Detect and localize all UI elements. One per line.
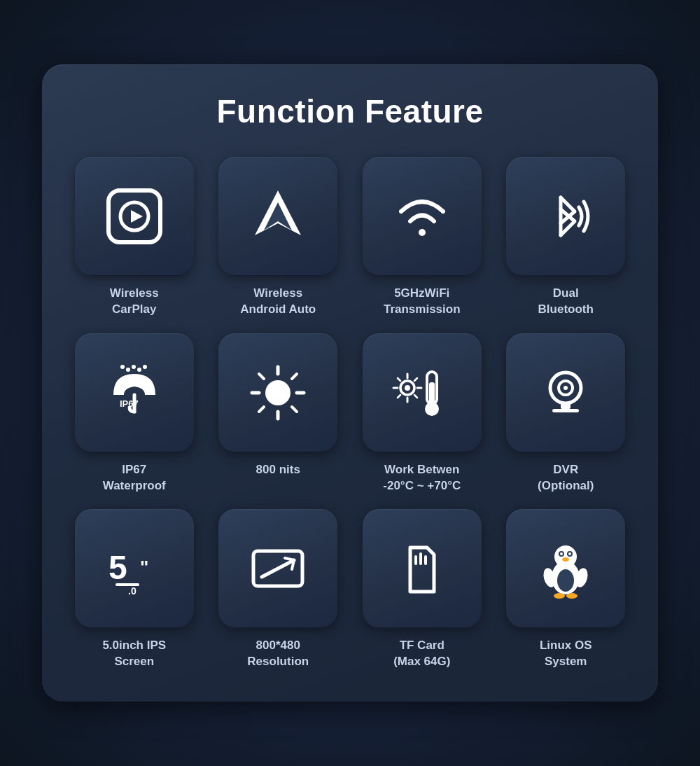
feature-linux: Linux OSSystem <box>502 509 631 670</box>
brightness-icon <box>246 361 309 424</box>
svg-point-56 <box>568 552 571 555</box>
feature-resolution: 800*480Resolution <box>214 509 343 670</box>
screen-icon: 5 " .0 <box>103 537 166 600</box>
svg-point-11 <box>137 368 141 372</box>
svg-line-35 <box>398 395 400 398</box>
icon-box-resolution <box>218 509 337 628</box>
icon-box-temperature <box>363 333 482 452</box>
label-wireless-carplay: WirelessCarPlay <box>110 286 159 318</box>
svg-line-46 <box>262 560 294 577</box>
feature-temperature: Work Betwen-20°C ~ +70°C <box>358 333 486 494</box>
svg-line-32 <box>398 378 400 381</box>
icon-box-bluetooth <box>506 157 625 276</box>
linux-icon <box>534 537 597 600</box>
temperature-icon <box>391 361 454 424</box>
label-resolution: 800*480Resolution <box>247 638 309 670</box>
feature-5ghz-wifi: 5GHzWiFiTransmission <box>358 157 486 318</box>
label-dvr: DVR(Optional) <box>538 462 594 494</box>
svg-rect-40 <box>552 409 579 412</box>
feature-dual-bluetooth: DualBluetooth <box>502 157 631 318</box>
svg-point-57 <box>562 557 569 562</box>
svg-point-27 <box>405 385 410 391</box>
icon-box-tfcard <box>363 509 482 628</box>
icon-box-dvr <box>506 333 625 452</box>
label-linux: Linux OSSystem <box>540 638 592 670</box>
tfcard-icon <box>391 537 454 600</box>
svg-point-12 <box>143 365 147 369</box>
svg-point-5 <box>419 229 426 236</box>
svg-point-8 <box>120 365 125 369</box>
icon-box-linux <box>506 509 625 628</box>
svg-text:": " <box>140 557 148 578</box>
svg-line-33 <box>414 395 417 398</box>
svg-rect-25 <box>429 382 435 407</box>
resolution-icon <box>246 537 309 600</box>
svg-point-10 <box>132 365 136 369</box>
label-tfcard: TF Card(Max 64G) <box>393 638 450 670</box>
label-wireless-android-auto: WirelessAndroid Auto <box>240 286 316 318</box>
svg-text:IP67: IP67 <box>120 398 139 409</box>
svg-line-19 <box>259 374 264 379</box>
features-grid: WirelessCarPlay WirelessAndroid Auto <box>70 157 630 671</box>
label-brightness: 800 nits <box>256 462 300 478</box>
label-dual-bluetooth: DualBluetooth <box>538 286 594 318</box>
svg-line-34 <box>414 378 417 381</box>
svg-point-51 <box>557 569 574 592</box>
svg-text:.0: .0 <box>128 585 136 597</box>
svg-marker-2 <box>131 210 143 223</box>
svg-point-55 <box>560 552 563 555</box>
dvr-icon <box>534 361 597 424</box>
svg-point-58 <box>554 593 565 599</box>
icon-box-android-auto <box>218 157 337 276</box>
svg-point-52 <box>554 545 577 568</box>
icon-box-wifi <box>363 157 482 276</box>
feature-wireless-carplay: WirelessCarPlay <box>70 157 199 318</box>
label-temperature: Work Betwen-20°C ~ +70°C <box>383 462 461 494</box>
svg-point-59 <box>566 593 578 599</box>
bluetooth-icon <box>534 185 597 248</box>
label-5ghz-wifi: 5GHzWiFiTransmission <box>384 286 461 318</box>
carplay-icon <box>103 185 166 248</box>
svg-text:5: 5 <box>108 549 127 586</box>
svg-rect-39 <box>561 403 570 409</box>
feature-wireless-android-auto: WirelessAndroid Auto <box>214 157 343 318</box>
icon-box-brightness <box>218 333 337 452</box>
svg-point-38 <box>564 386 568 390</box>
feature-screen: 5 " .0 5.0inch IPSScreen <box>70 509 199 670</box>
feature-brightness: 800 nits <box>214 333 343 494</box>
android-auto-icon <box>246 185 309 248</box>
waterproof-icon: IP67 <box>103 361 166 424</box>
label-screen: 5.0inch IPSScreen <box>102 638 166 670</box>
wifi-icon <box>391 185 454 248</box>
icon-box-carplay <box>75 157 194 276</box>
icon-box-ip67: IP67 <box>75 333 194 452</box>
svg-point-9 <box>126 368 130 372</box>
feature-ip67: IP67 IP67Waterproof <box>70 333 199 494</box>
page-title: Function Feature <box>70 92 630 130</box>
svg-point-14 <box>265 380 290 405</box>
svg-line-22 <box>259 407 264 412</box>
svg-line-20 <box>292 407 297 412</box>
main-card: Function Feature WirelessCarPlay <box>42 64 658 702</box>
feature-tfcard: TF Card(Max 64G) <box>358 509 486 670</box>
svg-line-21 <box>292 374 297 379</box>
label-ip67: IP67Waterproof <box>103 462 166 494</box>
feature-dvr: DVR(Optional) <box>502 333 631 494</box>
icon-box-screen: 5 " .0 <box>75 509 194 628</box>
